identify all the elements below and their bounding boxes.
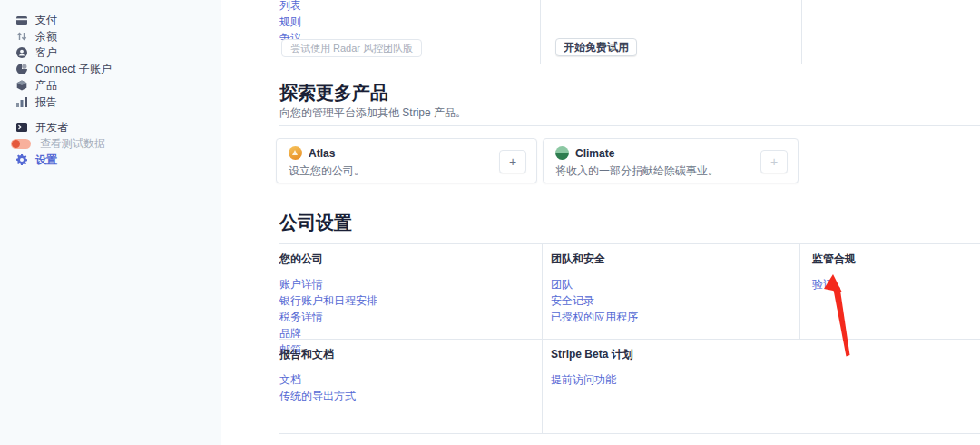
products-box-icon [15,80,27,92]
sidebar-item-customers[interactable]: 客户 [15,44,112,61]
customers-person-icon [15,47,27,59]
link-lists[interactable]: 列表 [279,0,301,13]
stripe-dashboard: 支付 余额 客户 Connect 子账户 [0,0,980,445]
payments-card-icon [15,15,27,26]
test-data-toggle-label: 查看测试数据 [40,136,105,152]
group-links: 文档 传统的导出方式 [279,373,356,403]
sidebar-item-label: 设置 [35,153,57,168]
sidebar-item-balance[interactable]: 余额 [15,28,112,44]
link-early-access[interactable]: 提前访问功能 [551,373,633,387]
sidebar-item-label: 产品 [35,78,57,94]
settings-group-team-security: 团队和安全 团队 安全记录 已授权的应用程序 [551,252,638,327]
sidebar-item-label: 余额 [35,29,57,44]
sidebar-item-label: Connect 子账户 [35,62,112,77]
link-security-history[interactable]: 安全记录 [551,294,638,308]
top-column-divider-1 [540,0,541,64]
link-legacy-exports[interactable]: 传统的导出方式 [279,390,356,403]
climate-icon [555,146,569,160]
link-account-details[interactable]: 账户详情 [279,278,377,292]
radar-trial-button[interactable]: 尝试使用 Radar 风控团队版 [281,39,422,57]
group-links: 账户详情 银行账户和日程安排 税务详情 品牌 邮箱 [279,278,377,357]
link-tax-details[interactable]: 税务详情 [279,311,377,324]
group-header: 报告和文档 [279,347,356,362]
settings-row-divider [279,339,980,340]
sidebar-item-label: 支付 [35,13,57,28]
sidebar: 支付 余额 客户 Connect 子账户 [0,0,221,445]
sidebar-item-reports[interactable]: 报告 [15,94,112,110]
start-free-trial-button[interactable]: 开始免费试用 [555,38,637,56]
test-data-toggle[interactable] [11,139,31,149]
settings-col-divider-2 [799,243,800,339]
group-links: 团队 安全记录 已授权的应用程序 [551,278,638,324]
link-branding[interactable]: 品牌 [279,327,377,341]
group-links: 验证 [812,278,856,292]
connect-pie-icon [15,64,27,75]
link-rules[interactable]: 规则 [279,15,301,29]
settings-gear-icon [15,154,27,166]
settings-group-reports-docs: 报告和文档 文档 传统的导出方式 [279,347,356,406]
settings-group-beta: Stripe Beta 计划 提前访问功能 [551,347,633,390]
toggle-knob [12,140,20,148]
sidebar-item-label: 客户 [35,45,57,61]
settings-group-compliance: 监管合规 验证 [812,252,856,294]
balance-arrows-icon [15,31,27,43]
settings-table-bottom-border [279,433,980,434]
reports-chart-icon [15,96,27,108]
sidebar-nav: 支付 余额 客户 Connect 子账户 [15,12,112,168]
link-team[interactable]: 团队 [551,278,638,292]
climate-add-button[interactable]: + [760,150,788,173]
group-links: 提前访问功能 [551,373,633,387]
atlas-card-header: Atlas [289,146,335,160]
group-header: Stripe Beta 计划 [551,347,633,362]
sidebar-item-connect[interactable]: Connect 子账户 [15,61,112,77]
group-header: 团队和安全 [551,252,638,267]
sidebar-item-test-data: 查看测试数据 [15,135,112,152]
climate-card-name: Climate [575,147,614,160]
link-bank-accounts-schedule[interactable]: 银行账户和日程安排 [279,294,377,308]
explore-section-subtitle: 向您的管理平台添加其他 Stripe 产品。 [279,105,466,121]
atlas-add-button[interactable]: + [499,150,526,173]
atlas-card-description: 设立您的公司。 [289,163,365,179]
climate-card-description: 将收入的一部分捐献给除碳事业。 [555,163,719,179]
atlas-card-name: Atlas [309,147,335,160]
sidebar-item-payments[interactable]: 支付 [15,12,112,28]
climate-card-header: Climate [555,146,614,160]
sidebar-item-products[interactable]: 产品 [15,77,112,94]
group-header: 您的公司 [279,252,377,267]
link-verification[interactable]: 验证 [812,278,856,292]
atlas-icon [289,146,302,160]
main-content: 列表 规则 争议 尝试使用 Radar 风控团队版 开始免费试用 探索更多产品 … [221,0,980,445]
sidebar-item-label: 开发者 [35,120,68,135]
link-authorized-apps[interactable]: 已授权的应用程序 [551,311,638,324]
settings-table-top-border [279,243,980,244]
company-settings-title: 公司设置 [279,213,352,232]
sidebar-item-developers[interactable]: 开发者 [15,119,112,135]
developers-terminal-icon [15,122,27,134]
group-header: 监管合规 [812,252,856,267]
sidebar-item-label: 报告 [35,94,57,110]
explore-divider [279,125,980,126]
sidebar-item-settings[interactable]: 设置 [15,152,112,168]
climate-card[interactable]: Climate 将收入的一部分捐献给除碳事业。 + [543,138,799,183]
atlas-card[interactable]: Atlas 设立您的公司。 + [276,138,537,183]
top-column-divider-2 [801,0,802,64]
settings-group-your-company: 您的公司 账户详情 银行账户和日程安排 税务详情 品牌 邮箱 [279,252,377,360]
link-documents[interactable]: 文档 [279,373,356,387]
explore-section-title: 探索更多产品 [279,83,388,103]
